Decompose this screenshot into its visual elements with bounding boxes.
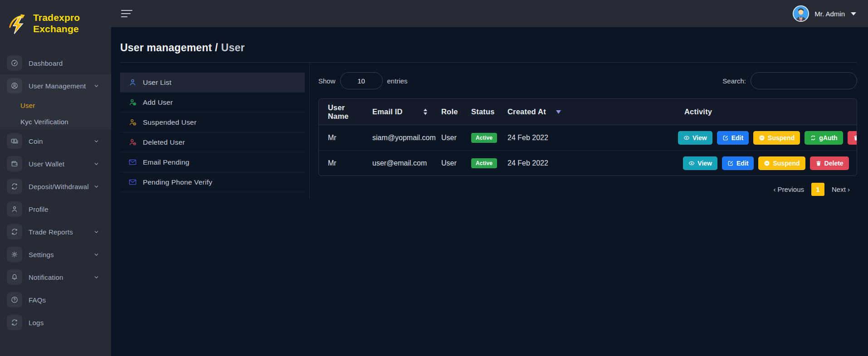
view-button[interactable]: View xyxy=(683,156,717,170)
page-title: User management /User xyxy=(120,42,857,54)
suspend-button[interactable]: Suspend xyxy=(758,156,805,170)
sidebar-item-deposit-withdrawal[interactable]: Deposit/Withdrawal xyxy=(0,175,111,198)
chevron-down-icon xyxy=(93,252,99,258)
submenu-item-user-list[interactable]: User List xyxy=(120,73,305,93)
col-header-user-name: User Name xyxy=(319,103,363,121)
cell-created-at: 24 Feb 2022 xyxy=(498,134,675,142)
sidebar-item-user-wallet[interactable]: User Wallet xyxy=(0,152,111,175)
bell-icon xyxy=(7,269,22,285)
envelope-icon xyxy=(128,158,137,166)
sidebar-item-label: User Management xyxy=(29,82,86,90)
sidebar-item-label: Dashboard xyxy=(29,59,63,67)
user-icon xyxy=(128,78,137,87)
col-header-status: Status xyxy=(462,107,498,116)
table-row: Mr user@email.com User Active 24 Feb 202… xyxy=(319,151,857,176)
question-circle-icon xyxy=(7,292,22,307)
sidebar-item-coin[interactable]: Coin xyxy=(0,130,111,152)
breadcrumb-current: User xyxy=(221,42,245,54)
submenu-item-label: Add User xyxy=(143,98,173,107)
brand-name-line1: Tradexpro xyxy=(33,12,80,24)
submenu-item-label: User List xyxy=(143,78,171,87)
previous-page-link[interactable]: ‹ Previous xyxy=(773,185,804,193)
search-input[interactable] xyxy=(751,72,857,89)
cell-email: user@email.com xyxy=(363,159,432,167)
sidebar-item-dashboard[interactable]: Dashboard xyxy=(0,52,111,74)
delete-button[interactable]: Delete xyxy=(810,156,849,170)
sort-both-icon[interactable] xyxy=(423,108,428,115)
cell-activity: View Edit Suspend gAuth xyxy=(675,131,857,145)
sidebar-item-label: Settings xyxy=(29,251,54,258)
sidebar-item-trade-reports[interactable]: Trade Reports xyxy=(0,220,111,243)
suspend-button[interactable]: Suspend xyxy=(753,131,800,145)
speedometer-icon xyxy=(7,55,22,71)
col-header-label: Created At xyxy=(507,107,546,116)
search-label: Search: xyxy=(722,77,746,85)
submenu-item-suspended-user[interactable]: Suspended User xyxy=(120,112,305,132)
sidebar-item-notification[interactable]: Notification xyxy=(0,266,111,288)
chevron-down-icon xyxy=(93,229,99,235)
submenu-item-deleted-user[interactable]: Deleted User xyxy=(120,132,305,152)
sidebar-item-user-management[interactable]: User Management xyxy=(0,74,111,97)
sidebar-item-label: Coin xyxy=(29,137,43,145)
trash-icon xyxy=(815,160,822,166)
col-header-email[interactable]: Email ID xyxy=(363,107,432,116)
show-label: Show xyxy=(318,77,336,85)
sidebar-item-logs[interactable]: Logs xyxy=(0,311,111,334)
sidebar-item-faqs[interactable]: FAQs xyxy=(0,288,111,311)
submenu-item-add-user[interactable]: Add User xyxy=(120,93,305,112)
entries-value: 10 xyxy=(357,77,365,85)
sidebar-item-settings[interactable]: Settings xyxy=(0,243,111,266)
main-content: User management /User User List Add User xyxy=(111,27,868,356)
submenu-item-label: Deleted User xyxy=(143,138,185,146)
edit-button[interactable]: Edit xyxy=(722,156,754,170)
gauth-button[interactable]: gAuth xyxy=(805,131,843,145)
sidebar-item-label: User Wallet xyxy=(29,160,64,168)
person-icon xyxy=(7,201,22,217)
sort-desc-icon[interactable] xyxy=(556,110,561,114)
cell-status: Active xyxy=(462,133,498,143)
dash-circle-icon xyxy=(764,160,770,166)
col-header-activity: Activity xyxy=(675,107,857,116)
submenu-item-label: Suspended User xyxy=(143,118,196,127)
brand-logo[interactable]: Tradexpro Exchange xyxy=(0,0,111,40)
chevron-down-icon xyxy=(93,184,99,190)
sidebar-subitem-user[interactable]: User xyxy=(0,97,111,113)
eye-icon xyxy=(688,160,695,166)
cell-created-at: 24 Feb 2022 xyxy=(498,159,675,167)
user-menu[interactable]: Mr. Admin xyxy=(792,5,856,22)
submenu-item-email-pending[interactable]: Email Pending xyxy=(120,152,305,172)
entries-select[interactable]: 10 xyxy=(340,72,383,89)
status-badge: Active xyxy=(471,158,497,168)
logs-repeat-icon xyxy=(7,315,22,330)
eye-icon xyxy=(683,135,690,141)
sidebar-item-profile[interactable]: Profile xyxy=(0,198,111,220)
cell-activity: View Edit Suspend Delete xyxy=(675,156,857,170)
cell-role: User xyxy=(432,159,462,167)
submenu-item-label: Pending Phone Verify xyxy=(143,178,212,186)
sidebar-subitem-kyc-verification[interactable]: Kyc Verification xyxy=(0,113,111,130)
edit-button[interactable]: Edit xyxy=(717,131,749,145)
view-button[interactable]: View xyxy=(678,131,712,145)
user-submenu-panel: User List Add User Suspended User xyxy=(120,63,310,199)
user-table-panel: Show 10 entries Search: User Name Email … xyxy=(310,63,857,199)
dash-circle-icon xyxy=(759,135,765,141)
sidebar-item-label: Notification xyxy=(29,273,63,281)
user-circle-icon xyxy=(7,78,22,93)
user-plus-icon xyxy=(128,98,137,107)
sidebar-user-management-section: User Management User Kyc Verification xyxy=(0,74,111,130)
cell-user-name: Mr xyxy=(319,134,363,142)
submenu-item-pending-phone-verify[interactable]: Pending Phone Verify xyxy=(120,172,305,192)
user-delete-icon xyxy=(128,138,137,146)
current-page-button[interactable]: 1 xyxy=(811,183,824,196)
col-header-created-at[interactable]: Created At xyxy=(498,107,675,116)
hamburger-menu-icon[interactable] xyxy=(120,8,133,19)
user-name: Mr. Admin xyxy=(814,10,845,18)
caret-down-icon xyxy=(851,12,856,15)
delete-button[interactable]: Delete xyxy=(848,131,857,145)
pencil-square-icon xyxy=(722,135,729,141)
next-page-link[interactable]: Next › xyxy=(832,185,850,193)
chevron-down-icon xyxy=(93,161,99,167)
sidebar-item-label: Profile xyxy=(29,205,49,213)
repeat-arrows-icon xyxy=(7,224,22,239)
swap-arrows-icon xyxy=(7,179,22,194)
